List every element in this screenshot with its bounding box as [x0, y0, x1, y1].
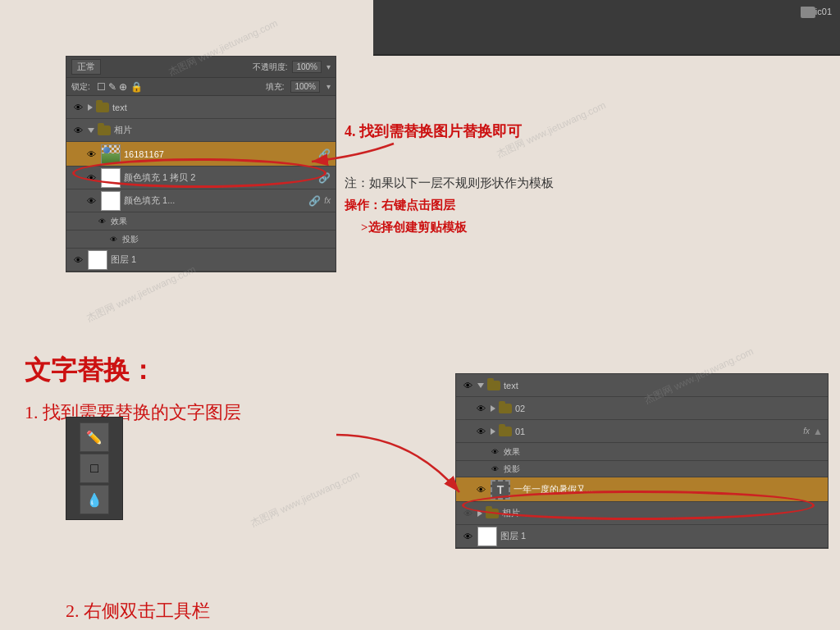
text-layer-label: 一年一度的暑假又... [514, 483, 823, 495]
top-image-area: pic01 [373, 0, 840, 56]
eye-icon-shadow[interactable]: 👁 [107, 234, 119, 245]
bottom-left-tools: ✏️ □ 💧 [66, 417, 123, 520]
color-fill-1-row[interactable]: 👁 颜色填充 1... 🔗 fx [66, 189, 336, 212]
lock-icons: ☐ ✎ ⊕ 🔒 [97, 81, 143, 93]
layer1-br-thumbnail [477, 527, 497, 546]
opacity-arrow[interactable]: ▾ [326, 62, 331, 71]
fill-value[interactable]: 100% [290, 80, 320, 93]
layer1-label: 图层 1 [111, 253, 136, 266]
layer1-br-row[interactable]: 👁 图层 1 [456, 525, 828, 548]
layer1-top-row[interactable]: 👁 图层 1 [66, 249, 336, 272]
step2-annotation: 2. 右侧双击工具栏 [66, 599, 210, 623]
tool-item-1[interactable]: ✏️ [80, 422, 109, 452]
folder-icon-text [96, 103, 109, 112]
arrow-step1-br [312, 418, 517, 525]
color-fill-1-label: 颜色填充 1... [124, 194, 305, 207]
opacity-label: 不透明度: [253, 62, 288, 73]
eye-br-02[interactable]: 👁 [474, 402, 487, 415]
section-title-wenzi: 文字替换： [25, 353, 156, 389]
opacity-value[interactable]: 100% [292, 61, 322, 73]
layer1-thumbnail [88, 250, 107, 270]
cf2-thumbnail [101, 168, 121, 188]
lock-row: 锁定: ☐ ✎ ⊕ 🔒 填充: 100% ▾ [66, 78, 336, 96]
tool-item-2[interactable]: □ [80, 454, 109, 483]
lock-label: 锁定: [71, 81, 90, 93]
step1-text: 1. 找到需要替换的文字图层 [25, 400, 241, 425]
eye-icon-text[interactable]: 👁 [71, 101, 84, 114]
layer1-br-label: 图层 1 [500, 530, 526, 542]
eye-icon-layer1[interactable]: 👁 [71, 253, 84, 267]
text-group-br-label: text [504, 381, 518, 390]
tri-right-br-02[interactable] [491, 405, 495, 412]
text-group-label: text [112, 103, 127, 112]
effects-label: 效果 [111, 216, 127, 227]
text-group-row[interactable]: 👁 text [66, 96, 336, 119]
group02-row[interactable]: 👁 02 [456, 397, 828, 420]
group02-label: 02 [515, 404, 525, 413]
eye-icon-image[interactable]: 👁 [84, 148, 98, 161]
step4-text: 4. 找到需替换图片替换即可 [345, 121, 522, 141]
fx-badge-br-01: fx [803, 427, 810, 436]
eye-icon-photo[interactable]: 👁 [71, 124, 84, 137]
triangle-down-photo[interactable] [88, 128, 94, 133]
fill-label: 填充: [266, 81, 285, 93]
note-line2: 操作：右键点击图层 [345, 194, 554, 217]
note-text-block: 注：如果以下一层不规则形状作为模板 操作：右键点击图层 >选择创建剪贴模板 [345, 172, 554, 239]
group01-label: 01 [515, 427, 800, 436]
folder-br-text [487, 381, 500, 390]
fx-badge-cf1: fx [324, 196, 331, 205]
link-icon-cf1: 🔗 [308, 195, 321, 207]
text-group-br-row[interactable]: 👁 text [456, 374, 828, 397]
eye-icon-effects[interactable]: 👁 [96, 216, 107, 227]
shadow-label: 投影 [122, 234, 139, 245]
eye-icon-cf2[interactable]: 👁 [84, 171, 98, 185]
scroll-indicator[interactable]: ▲ [813, 426, 823, 437]
normal-mode-label: 正常 [71, 59, 101, 75]
folder-thumbnail [801, 7, 815, 18]
photo-group-label: 相片 [114, 124, 132, 136]
triangle-right-text[interactable] [88, 104, 93, 111]
image-thumbnail [101, 144, 121, 164]
effects-row[interactable]: 👁 效果 [66, 212, 336, 231]
note-line1: 注：如果以下一层不规则形状作为模板 [345, 172, 554, 194]
note-line3: >选择创建剪贴模板 [345, 217, 554, 239]
cf1-thumbnail [101, 191, 121, 211]
folder-br-02 [499, 404, 512, 413]
eye-br-layer1[interactable]: 👁 [461, 530, 474, 543]
tool-item-3[interactable]: 💧 [80, 485, 109, 514]
eye-br-text[interactable]: 👁 [461, 379, 474, 392]
shadow-row[interactable]: 👁 投影 [66, 231, 336, 249]
eye-icon-cf1[interactable]: 👁 [84, 194, 98, 208]
tri-down-br-text[interactable] [477, 383, 484, 388]
fill-arrow[interactable]: ▾ [326, 82, 331, 91]
folder-icon-photo [98, 126, 111, 135]
